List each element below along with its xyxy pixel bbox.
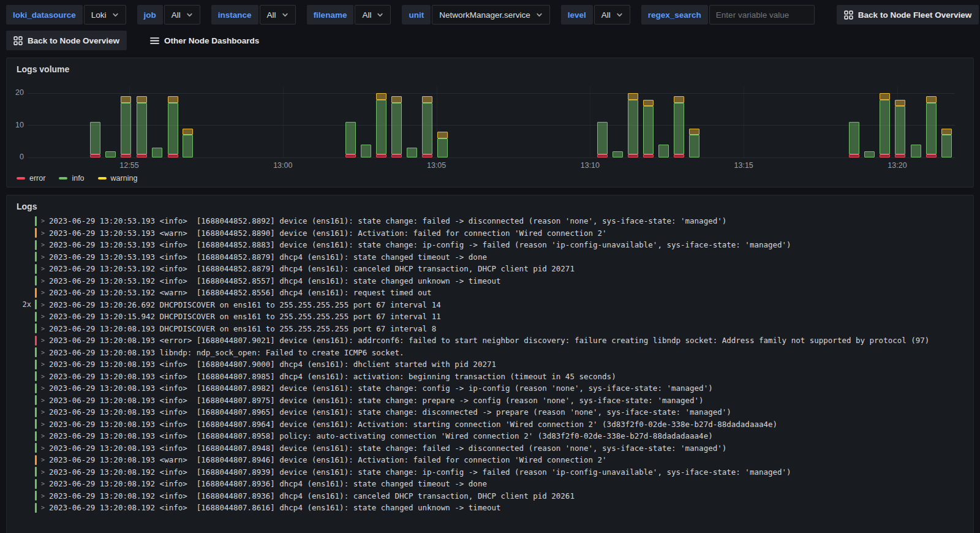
logs-volume-bar[interactable] <box>345 86 356 157</box>
log-row[interactable]: >2023-06-29 13:20:08.192 <info> [1688044… <box>14 478 973 490</box>
logs-volume-bar[interactable] <box>849 86 859 157</box>
logs-volume-bar[interactable] <box>90 86 100 157</box>
expand-chevron-icon[interactable]: > <box>41 445 47 452</box>
log-row[interactable]: >2023-06-29 13:20:08.193 libndp: ndp_soc… <box>14 347 973 359</box>
variable-label-loki_datasource[interactable]: loki_datasource <box>6 5 83 25</box>
log-row[interactable]: >2023-06-29 13:20:08.193 <info> [1688044… <box>14 358 973 371</box>
log-row[interactable]: >2023-06-29 13:20:08.192 <info> [1688044… <box>14 502 973 514</box>
variable-label-level[interactable]: level <box>561 5 593 25</box>
logs-volume-bar[interactable] <box>361 86 371 157</box>
logs-volume-bar[interactable] <box>376 86 386 157</box>
logs-volume-bar[interactable] <box>597 86 608 157</box>
expand-chevron-icon[interactable]: > <box>41 469 47 475</box>
logs-volume-bar[interactable] <box>926 86 937 157</box>
log-row[interactable]: >2023-06-29 13:20:53.192 <warn> [1688044… <box>14 287 973 299</box>
expand-chevron-icon[interactable]: > <box>41 349 47 356</box>
logs-volume-bar[interactable] <box>643 86 654 157</box>
variable-select-filename[interactable]: All <box>355 5 391 25</box>
expand-chevron-icon[interactable]: > <box>41 230 47 236</box>
log-row[interactable]: >2023-06-29 13:20:53.192 <info> [1688044… <box>14 275 973 287</box>
back-to-node-fleet-overview-button[interactable]: Back to Node Fleet Overview <box>837 5 979 25</box>
expand-chevron-icon[interactable]: > <box>41 456 47 463</box>
log-row[interactable]: >2023-06-29 13:20:53.193 <info> [1688044… <box>14 251 973 263</box>
bar-segment-error <box>880 154 890 157</box>
logs-volume-bar[interactable] <box>152 86 162 157</box>
logs-volume-bar[interactable] <box>911 86 921 157</box>
logs-volume-bar[interactable] <box>437 86 448 157</box>
log-row[interactable]: >2023-06-29 13:20:15.942 DHCPDISCOVER on… <box>14 311 973 323</box>
log-row[interactable]: >2023-06-29 13:20:53.192 <info> [1688044… <box>14 263 973 275</box>
expand-chevron-icon[interactable]: > <box>41 493 47 499</box>
expand-chevron-icon[interactable]: > <box>41 421 47 428</box>
logs-volume-bar[interactable] <box>895 86 905 157</box>
log-row[interactable]: >2023-06-29 13:20:08.193 <info> [1688044… <box>14 430 973 442</box>
variable-label-instance[interactable]: instance <box>211 5 258 25</box>
variable-label-unit[interactable]: unit <box>402 5 431 25</box>
logs-volume-bar[interactable] <box>941 86 952 157</box>
bar-segment-info <box>895 106 905 154</box>
variable-select-level[interactable]: All <box>594 5 630 25</box>
log-row[interactable]: >2023-06-29 13:20:08.193 <info> [1688044… <box>14 371 973 383</box>
log-row[interactable]: >2023-06-29 13:20:08.192 <info> [1688044… <box>14 490 973 502</box>
log-row[interactable]: 2x>2023-06-29 13:20:26.692 DHCPDISCOVER … <box>14 299 973 311</box>
logs-volume-bar[interactable] <box>612 86 623 157</box>
log-row[interactable]: >2023-06-29 13:20:53.193 <info> [1688044… <box>14 215 973 227</box>
logs-volume-bar[interactable] <box>121 86 131 157</box>
log-row[interactable]: >2023-06-29 13:20:53.193 <info> [1688044… <box>14 239 973 251</box>
log-row[interactable]: >2023-06-29 13:20:08.193 <info> [1688044… <box>14 418 973 431</box>
legend-item-error[interactable]: error <box>17 174 45 183</box>
logs-volume-bar[interactable] <box>168 86 178 157</box>
log-row[interactable]: >2023-06-29 13:20:08.193 <info> [1688044… <box>14 442 973 455</box>
logs-volume-bar[interactable] <box>105 86 116 157</box>
variable-select-job[interactable]: All <box>164 5 200 25</box>
logs-volume-bar[interactable] <box>407 86 417 157</box>
expand-chevron-icon[interactable]: > <box>41 409 47 415</box>
expand-chevron-icon[interactable]: > <box>41 217 47 224</box>
expand-chevron-icon[interactable]: > <box>41 361 47 368</box>
variable-select-instance[interactable]: All <box>260 5 296 25</box>
log-row[interactable]: >2023-06-29 13:20:08.192 <info> [1688044… <box>14 466 973 478</box>
logs-volume-bar[interactable] <box>137 86 147 157</box>
expand-chevron-icon[interactable]: > <box>41 301 47 308</box>
expand-chevron-icon[interactable]: > <box>41 313 47 320</box>
variable-label-job[interactable]: job <box>137 5 163 25</box>
legend-item-warning[interactable]: warning <box>98 174 138 183</box>
log-row[interactable]: >2023-06-29 13:20:08.193 DHCPDISCOVER on… <box>14 323 973 335</box>
log-row[interactable]: >2023-06-29 13:20:08.193 <warn> [1688044… <box>14 454 973 466</box>
logs-volume-bar[interactable] <box>689 86 699 157</box>
logs-volume-bar[interactable] <box>628 86 638 157</box>
log-row[interactable]: >2023-06-29 13:20:08.193 <info> [1688044… <box>14 406 973 418</box>
expand-chevron-icon[interactable]: > <box>41 278 47 284</box>
variable-label-filename[interactable]: filename <box>307 5 354 25</box>
expand-chevron-icon[interactable]: > <box>41 265 47 272</box>
log-row[interactable]: >2023-06-29 13:20:08.193 <error> [168804… <box>14 335 973 347</box>
legend-item-info[interactable]: info <box>59 174 84 183</box>
expand-chevron-icon[interactable]: > <box>41 385 47 391</box>
other-node-dashboards-button[interactable]: Other Node Dashboards <box>143 31 266 50</box>
logs-volume-bar[interactable] <box>864 86 875 157</box>
variable-select-unit[interactable]: NetworkManager.service <box>432 5 550 25</box>
expand-chevron-icon[interactable]: > <box>41 325 47 332</box>
logs-volume-bar[interactable] <box>391 86 402 157</box>
expand-chevron-icon[interactable]: > <box>41 504 47 511</box>
log-row[interactable]: >2023-06-29 13:20:08.193 <info> [1688044… <box>14 395 973 407</box>
log-row[interactable]: >2023-06-29 13:20:53.193 <warn> [1688044… <box>14 227 973 240</box>
expand-chevron-icon[interactable]: > <box>41 289 47 296</box>
logs-volume-bar[interactable] <box>422 86 432 157</box>
back-to-node-overview-button[interactable]: Back to Node Overview <box>6 31 127 50</box>
expand-chevron-icon[interactable]: > <box>41 337 47 344</box>
expand-chevron-icon[interactable]: > <box>41 433 47 439</box>
log-row[interactable]: >2023-06-29 13:20:08.193 <info> [1688044… <box>14 382 973 395</box>
variable-label-regex_search[interactable]: regex_search <box>641 5 708 25</box>
logs-volume-bar[interactable] <box>674 86 684 157</box>
expand-chevron-icon[interactable]: > <box>41 397 47 404</box>
variable-select-loki_datasource[interactable]: Loki <box>84 5 126 25</box>
variable-input-regex_search[interactable] <box>709 5 815 25</box>
expand-chevron-icon[interactable]: > <box>41 373 47 380</box>
expand-chevron-icon[interactable]: > <box>41 254 47 260</box>
logs-volume-bar[interactable] <box>658 86 669 157</box>
logs-volume-bar[interactable] <box>880 86 890 157</box>
expand-chevron-icon[interactable]: > <box>41 480 47 487</box>
logs-volume-bar[interactable] <box>183 86 193 157</box>
expand-chevron-icon[interactable]: > <box>41 241 47 248</box>
